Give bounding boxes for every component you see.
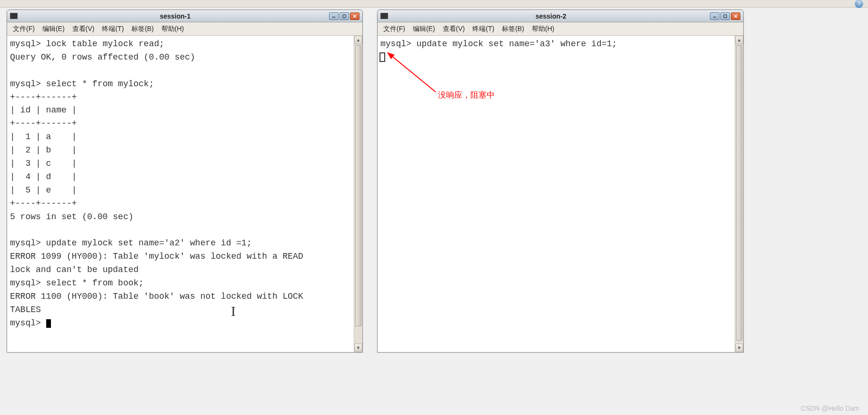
close-button[interactable] xyxy=(731,12,740,20)
terminal-text: mysql> update mylock set name='a3' where… xyxy=(380,39,617,49)
menubar: 文件(F) 编辑(E) 查看(V) 终端(T) 标签(B) 帮助(H) xyxy=(7,22,362,36)
terminal-output[interactable]: mysql> lock table mylock read; Query OK,… xyxy=(7,36,354,352)
maximize-button[interactable] xyxy=(720,12,730,20)
menu-file[interactable]: 文件(F) xyxy=(9,23,39,35)
scrollbar[interactable]: ▲ ▼ xyxy=(354,36,362,352)
scroll-down-button[interactable]: ▼ xyxy=(354,344,362,352)
menu-view[interactable]: 查看(V) xyxy=(69,23,99,35)
menu-file[interactable]: 文件(F) xyxy=(379,23,409,35)
text-caret-icon: I xyxy=(231,300,236,323)
scroll-down-button[interactable]: ▼ xyxy=(735,344,743,352)
scroll-up-button[interactable]: ▲ xyxy=(354,36,362,44)
terminal-window-session-2: session-2 文件(F) 编辑(E) 查看(V) 终端(T) 标签(B) … xyxy=(377,10,744,353)
terminal-window-session-1: session-1 文件(F) 编辑(E) 查看(V) 终端(T) 标签(B) … xyxy=(7,10,363,353)
scrollbar[interactable]: ▲ ▼ xyxy=(735,36,743,352)
menu-terminal[interactable]: 终端(T) xyxy=(469,23,498,35)
cursor xyxy=(46,319,51,328)
desktop-toolbar: ? xyxy=(0,0,868,8)
titlebar[interactable]: session-2 xyxy=(378,10,743,22)
help-icon[interactable]: ? xyxy=(855,0,863,8)
menubar: 文件(F) 编辑(E) 查看(V) 终端(T) 标签(B) 帮助(H) xyxy=(378,22,743,36)
window-title: session-2 xyxy=(392,12,710,20)
scroll-thumb[interactable] xyxy=(355,45,361,326)
terminal-output[interactable]: mysql> update mylock set name='a3' where… xyxy=(378,36,735,352)
close-button[interactable] xyxy=(350,12,359,20)
menu-tabs[interactable]: 标签(B) xyxy=(498,23,528,35)
menu-terminal[interactable]: 终端(T) xyxy=(98,23,128,35)
cursor xyxy=(379,52,385,62)
minimize-button[interactable] xyxy=(329,12,339,20)
menu-help[interactable]: 帮助(H) xyxy=(158,23,188,35)
terminal-icon xyxy=(380,13,388,19)
menu-edit[interactable]: 编辑(E) xyxy=(39,23,69,35)
scroll-up-button[interactable]: ▲ xyxy=(735,36,743,44)
scroll-thumb[interactable] xyxy=(736,45,742,341)
svg-rect-1 xyxy=(343,15,346,18)
svg-rect-5 xyxy=(724,15,727,18)
annotation-text: 没响应，阻塞中 xyxy=(438,90,495,101)
titlebar[interactable]: session-1 xyxy=(7,10,362,22)
terminal-icon xyxy=(10,13,18,19)
menu-view[interactable]: 查看(V) xyxy=(439,23,469,35)
menu-help[interactable]: 帮助(H) xyxy=(528,23,558,35)
terminal-text: mysql> lock table mylock read; Query OK,… xyxy=(10,39,303,328)
window-title: session-1 xyxy=(21,12,329,20)
maximize-button[interactable] xyxy=(339,12,349,20)
minimize-button[interactable] xyxy=(710,12,719,20)
watermark: CSDN @Hello Dam xyxy=(801,405,859,412)
menu-edit[interactable]: 编辑(E) xyxy=(409,23,439,35)
menu-tabs[interactable]: 标签(B) xyxy=(128,23,158,35)
